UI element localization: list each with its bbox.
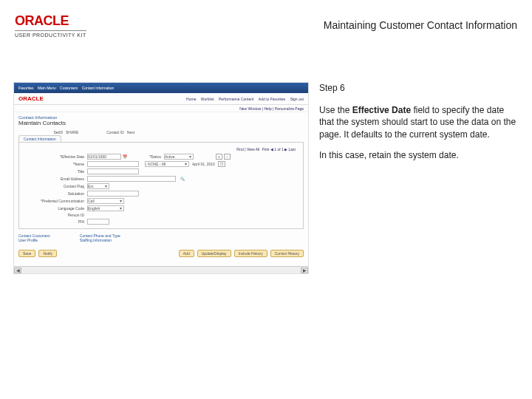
- instruction-pane: Step 6 Use the Effective Date field to s…: [319, 82, 517, 170]
- menu-home[interactable]: Home: [186, 97, 196, 101]
- menu-favorites[interactable]: Add to Favorites: [259, 97, 285, 101]
- correct-button[interactable]: Correct History: [270, 250, 304, 257]
- title-label: Title: [21, 169, 87, 174]
- contactid-label: Contact ID: [106, 130, 124, 134]
- popup-icon[interactable]: ☐: [218, 161, 225, 167]
- horizontal-scrollbar[interactable]: ◀ ▶: [14, 266, 308, 273]
- name-input[interactable]: [87, 161, 139, 167]
- lookup-icon[interactable]: 🔍: [180, 177, 185, 181]
- find-link[interactable]: Find | View All: [236, 147, 259, 151]
- menu-worklist[interactable]: Worklist: [201, 97, 214, 101]
- app-page-title: Maintain Contacts: [14, 120, 308, 129]
- status-select[interactable]: Active: [164, 154, 194, 160]
- crumb[interactable]: Main Menu: [38, 86, 56, 90]
- crumb[interactable]: Favorites: [18, 86, 34, 90]
- delete-row-icon[interactable]: −: [224, 154, 231, 160]
- menu-signout[interactable]: Sign out: [290, 97, 304, 101]
- app-topbar: Favorites Main Menu Customers Contact In…: [14, 83, 308, 93]
- name-label: *Name: [21, 162, 87, 166]
- oracle-logo: ORACLE: [15, 13, 86, 29]
- prefcomm-label: *Preferred Communication: [21, 199, 87, 203]
- prefcomm-select[interactable]: Call: [87, 198, 124, 204]
- effective-date-label: *Effective Date: [21, 154, 87, 159]
- contactflag-label: Contact Flag: [21, 184, 87, 188]
- nav-first-last[interactable]: First ◀ 1 of 1 ▶ Last: [262, 147, 296, 151]
- setid-value: SHARE: [66, 130, 78, 134]
- contactid-value: Next: [127, 130, 134, 134]
- brand-block: ORACLE USER PRODUCTIVITY KIT: [15, 13, 86, 38]
- personid-label: Person ID: [21, 213, 87, 217]
- app-top-menu: Home Worklist Performance Content Add to…: [183, 97, 304, 101]
- pin-label: PIN: [21, 219, 87, 224]
- salutation-label: Salutation: [21, 191, 87, 196]
- step-label: Step 6: [319, 82, 517, 94]
- scroll-left-icon[interactable]: ◀: [14, 267, 21, 273]
- link-staffing-info[interactable]: Staffing Information: [80, 238, 112, 242]
- email-label: Email Address: [21, 177, 87, 181]
- footer-buttons-right: Add Update/Display Include History Corre…: [179, 250, 304, 257]
- app-subbar[interactable]: New Window | Help | Personalize Page: [14, 105, 308, 112]
- breadcrumb: Favorites Main Menu Customers Contact In…: [18, 86, 117, 90]
- add-row-icon[interactable]: +: [216, 154, 222, 160]
- embedded-app-screenshot: Favorites Main Menu Customers Contact In…: [13, 82, 309, 274]
- history-button[interactable]: Include History: [234, 250, 267, 257]
- contactflag-select[interactable]: Ext: [87, 183, 109, 189]
- instruction-paragraph-2: In this case, retain the system date.: [319, 149, 517, 161]
- name-date: April 01, 2010: [192, 162, 215, 166]
- effective-date-input[interactable]: 01/01/1900: [87, 154, 121, 160]
- status-label: *Status: [127, 154, 164, 159]
- title-input[interactable]: [87, 168, 139, 174]
- link-user-profile[interactable]: User Profile: [18, 238, 38, 242]
- langcode-label: Language Code: [21, 206, 87, 211]
- salutation-input[interactable]: [87, 191, 139, 197]
- name-format-select[interactable]: - NONE - MI: [145, 161, 189, 167]
- email-input[interactable]: [87, 176, 176, 182]
- pin-input[interactable]: [87, 219, 109, 225]
- instruction-paragraph-1: Use the Effective Date field to specify …: [319, 104, 517, 140]
- page-title: Maintaining Customer Contact Information: [324, 19, 517, 31]
- find-row: Find | View All First ◀ 1 of 1 ▶ Last: [21, 146, 301, 153]
- section-title: Contact Information: [14, 112, 308, 120]
- crumb[interactable]: Customers: [60, 86, 78, 90]
- setid-row: SetID SHARE Contact ID Next: [14, 129, 308, 135]
- footer-buttons-left: Save Notify: [18, 250, 57, 257]
- tab-contact-information[interactable]: Contact Information: [18, 135, 61, 142]
- add-button[interactable]: Add: [179, 250, 194, 257]
- oracle-subtitle: USER PRODUCTIVITY KIT: [15, 30, 86, 38]
- langcode-select[interactable]: English: [87, 205, 124, 211]
- app-logo-row: ORACLE Home Worklist Performance Content…: [14, 93, 308, 105]
- scroll-right-icon[interactable]: ▶: [301, 267, 308, 273]
- crumb[interactable]: Contact Information: [82, 86, 115, 90]
- menu-perfcontent[interactable]: Performance Content: [219, 97, 254, 101]
- contact-panel: Find | View All First ◀ 1 of 1 ▶ Last *E…: [18, 142, 304, 229]
- app-oracle-logo: ORACLE: [18, 95, 44, 102]
- bottom-links: Contact Customers User Profile Contact P…: [14, 229, 308, 244]
- setid-label: SetID: [18, 130, 63, 134]
- save-button[interactable]: Save: [18, 250, 35, 257]
- notify-button[interactable]: Notify: [38, 250, 57, 257]
- update-button[interactable]: Update/Display: [197, 250, 231, 257]
